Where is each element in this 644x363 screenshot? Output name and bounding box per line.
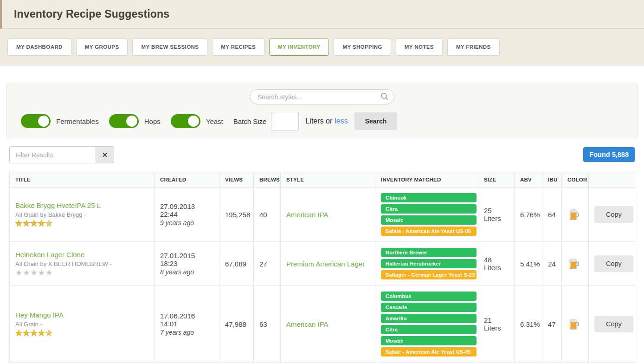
created-ago: 9 years ago bbox=[160, 219, 213, 227]
yeast-badge: Safale - American Ale Yeast US-05 bbox=[381, 347, 477, 357]
star-icon: ★ bbox=[15, 219, 23, 228]
star-icon: ★ bbox=[45, 268, 53, 277]
toggle-label-fermentables: Fermentables bbox=[56, 117, 99, 125]
actions-cell: Copy bbox=[589, 188, 635, 242]
batch-size-input[interactable] bbox=[271, 112, 299, 130]
table-row: Hey Mango IPAAll Grain -★★★★★17.06.2016 … bbox=[10, 286, 635, 363]
star-icon: ★ bbox=[31, 329, 38, 337]
recipe-title-link[interactable]: Hey Mango IPA bbox=[15, 311, 148, 319]
toggle-knob bbox=[188, 116, 199, 127]
copy-button[interactable]: Copy bbox=[594, 255, 633, 272]
main-content: FermentablesHopsYeast Batch Size Liters … bbox=[0, 83, 644, 363]
style-search-input[interactable] bbox=[250, 89, 394, 104]
title-cell: Bakke Brygg HveteIPA 25 LAll Grain by Ba… bbox=[10, 188, 155, 242]
hop-badge: Cascade bbox=[381, 303, 477, 312]
liters-text: Liters or bbox=[305, 117, 332, 125]
tab-my-notes[interactable]: MY NOTES bbox=[396, 39, 443, 56]
results-table: TITLECREATEDVIEWSBREWSSTYLEINVENTORY MAT… bbox=[9, 172, 635, 363]
style-search bbox=[250, 89, 394, 104]
col-header-abv: ABV bbox=[515, 172, 542, 188]
star-icon: ★ bbox=[31, 268, 38, 277]
col-header-views: VIEWS bbox=[219, 172, 254, 188]
col-header-color: COLOR bbox=[562, 172, 589, 188]
beer-mug-icon bbox=[567, 207, 580, 220]
beer-mug-icon bbox=[567, 257, 580, 270]
hop-badge: Citra bbox=[381, 204, 477, 214]
tab-my-shopping[interactable]: MY SHOPPING bbox=[334, 39, 391, 56]
clear-filter-button[interactable]: ✕ bbox=[96, 146, 114, 163]
star-icon: ★ bbox=[23, 219, 30, 228]
toggle-yeast[interactable] bbox=[171, 114, 200, 128]
star-icon: ★ bbox=[38, 329, 45, 337]
style-link[interactable]: American IPA bbox=[286, 211, 328, 219]
tab-my-dashboard[interactable]: MY DASHBOARD bbox=[7, 39, 71, 56]
search-button[interactable]: Search bbox=[354, 112, 398, 130]
table-header-row: TITLECREATEDVIEWSBREWSSTYLEINVENTORY MAT… bbox=[10, 172, 635, 188]
recipe-title-link[interactable]: Heineken Lager Clone bbox=[15, 251, 148, 259]
filter-input[interactable] bbox=[9, 146, 96, 163]
yeast-badge: Safale - American Ale Yeast US-05 bbox=[381, 227, 477, 236]
style-link[interactable]: Premium American Lager bbox=[286, 260, 365, 268]
created-cell: 27.01.2015 18:238 years ago bbox=[155, 242, 219, 286]
recipe-subtitle: All Grain by X BEER HOMEBREW - bbox=[15, 260, 148, 267]
table-row: Heineken Lager CloneAll Grain by X BEER … bbox=[10, 242, 635, 286]
page-header: Inventory Recipe Suggestions bbox=[0, 0, 644, 29]
col-header-created: CREATED bbox=[155, 172, 219, 188]
beer-mug-icon bbox=[567, 317, 580, 330]
tab-my-inventory[interactable]: MY INVENTORY bbox=[269, 39, 329, 56]
star-icon: ★ bbox=[31, 219, 38, 228]
actions-cell: Copy bbox=[589, 242, 635, 286]
tab-my-brew-sessions[interactable]: MY BREW SESSIONS bbox=[132, 39, 207, 56]
hop-badge: Hallertau Hersbrucker bbox=[381, 259, 477, 268]
views-cell: 47,988 bbox=[219, 286, 254, 363]
star-icon: ★ bbox=[38, 268, 45, 277]
star-icon: ★ bbox=[23, 268, 30, 277]
views-cell: 195,258 bbox=[219, 188, 254, 242]
hop-badge: Columbus bbox=[381, 292, 477, 301]
toggle-fermentables[interactable] bbox=[21, 114, 51, 128]
inventory-matched-cell: Northern BrewerHallertau HersbruckerSafl… bbox=[375, 242, 478, 286]
size-cell: 21 Liters bbox=[478, 286, 515, 363]
tab-my-groups[interactable]: MY GROUPS bbox=[76, 39, 128, 56]
abv-cell: 6.31% bbox=[515, 286, 542, 363]
style-cell: Premium American Lager bbox=[281, 242, 375, 286]
created-ago: 7 years ago bbox=[160, 329, 213, 336]
toggle-knob bbox=[38, 116, 49, 127]
size-cell: 48 Liters bbox=[478, 242, 515, 286]
hop-badge: Mosaic bbox=[381, 215, 477, 225]
col-header-actions bbox=[589, 172, 635, 188]
hop-badge: Amarillo bbox=[381, 314, 477, 323]
brews-cell: 27 bbox=[254, 242, 281, 286]
yeast-badge: Saflager - German Lager Yeast S-23 bbox=[381, 270, 477, 279]
ibu-cell: 47 bbox=[542, 286, 562, 363]
ibu-cell: 64 bbox=[542, 188, 562, 242]
search-panel: FermentablesHopsYeast Batch Size Liters … bbox=[6, 83, 638, 138]
star-icon: ★ bbox=[38, 219, 45, 228]
star-icon: ★ bbox=[45, 329, 53, 337]
created-date: 27.01.2015 18:23 bbox=[160, 252, 213, 267]
tab-my-recipes[interactable]: MY RECIPES bbox=[212, 39, 264, 56]
copy-button[interactable]: Copy bbox=[594, 316, 633, 332]
recipe-subtitle: All Grain by Bakke Brygg - bbox=[15, 211, 148, 218]
copy-button[interactable]: Copy bbox=[594, 206, 633, 223]
hop-badge: Chinook bbox=[381, 193, 477, 202]
rating-stars: ★★★★★ bbox=[15, 329, 148, 337]
recipe-title-link[interactable]: Bakke Brygg HveteIPA 25 L bbox=[15, 201, 148, 209]
toggle-row: FermentablesHopsYeast Batch Size Liters … bbox=[21, 112, 397, 130]
abv-cell: 6.76% bbox=[515, 188, 542, 242]
color-cell bbox=[562, 242, 589, 286]
found-badge: Found 5,888 bbox=[583, 147, 635, 162]
actions-cell: Copy bbox=[589, 286, 635, 363]
rating-stars: ★★★★★ bbox=[15, 269, 148, 277]
less-link[interactable]: less bbox=[335, 117, 348, 125]
hop-badge: Citra bbox=[381, 325, 477, 334]
tab-my-friends[interactable]: MY FRIENDS bbox=[447, 39, 500, 56]
ibu-cell: 24 bbox=[542, 242, 562, 286]
col-header-brews: BREWS bbox=[254, 172, 281, 188]
toggle-label-yeast: Yeast bbox=[206, 117, 223, 125]
toggle-hops[interactable] bbox=[109, 114, 139, 128]
style-cell: American IPA bbox=[281, 188, 375, 242]
style-link[interactable]: American IPA bbox=[286, 320, 328, 328]
hop-badge: Northern Brewer bbox=[381, 248, 477, 257]
toggle-knob bbox=[126, 116, 137, 127]
